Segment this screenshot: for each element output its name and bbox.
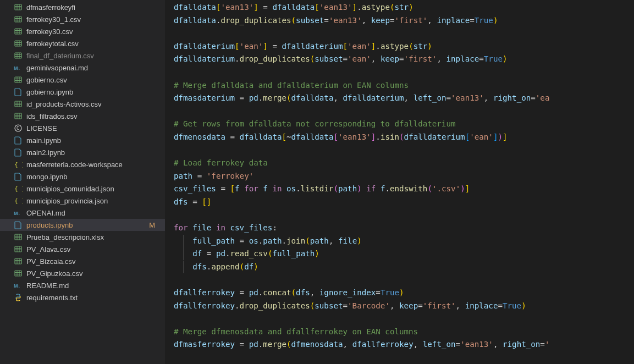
file-row[interactable]: M↓README.md (0, 279, 165, 291)
file-name-label: municipios_provincia.json (26, 197, 161, 205)
file-row[interactable]: { }municipios_comunidad.json (0, 183, 165, 195)
file-row[interactable]: ids_filtrados.csv (0, 110, 165, 122)
file-explorer-sidebar[interactable]: dfmasferrokeyfiferrokey30_1.csvferrokey3… (0, 0, 165, 364)
svg-rect-20 (15, 53, 21, 58)
file-row[interactable]: gobierno.ipynb (0, 86, 165, 98)
code-line: dfmasdaterium = pd.merge(dfalldata, dfal… (174, 93, 549, 102)
json-file-icon: { } (13, 196, 23, 206)
file-name-label: Prueba_descripcion.xlsx (26, 233, 161, 241)
file-name-label: municipios_comunidad.json (26, 185, 161, 193)
file-row[interactable]: mongo.ipynb (0, 170, 165, 183)
file-name-label: id_products-Activos.csv (26, 100, 161, 108)
py-file-icon (13, 293, 23, 302)
csv-file-icon (13, 38, 23, 48)
md-file-icon: M↓ (13, 280, 23, 290)
csv-file-icon (13, 244, 23, 254)
ipynb-file-icon (13, 172, 23, 181)
code-line: dfalldata.drop_duplicates(subset='ean13'… (174, 16, 498, 25)
code-comment: # Merge dfmenosdata and dfallferrokey on… (174, 327, 418, 336)
file-row[interactable]: products.ipynbM (0, 219, 165, 231)
file-row[interactable]: id_products-Activos.csv (0, 98, 165, 110)
file-name-label: main.ipynb (26, 136, 161, 145)
code-line: dfallferrokey.drop_duplicates(subset='Ba… (174, 301, 526, 310)
xlsx-file-icon (13, 232, 23, 242)
file-name-label: ids_filtrados.csv (26, 112, 161, 120)
svg-rect-57 (15, 258, 21, 264)
csv-file-icon (13, 268, 23, 278)
code-line: dfallferrokey = pd.concat(dfs, ignore_in… (174, 288, 404, 297)
csv-file-icon (13, 14, 23, 24)
file-row[interactable]: main2.ipynb (0, 146, 165, 158)
file-row[interactable]: main.ipynb (0, 134, 165, 146)
file-row[interactable]: gobierno.csv (0, 74, 165, 86)
code-line: dfmenosdata = dfalldata[~dfalldata['ean1… (174, 133, 508, 141)
code-comment: # Get rows from dfalldata not correspond… (174, 119, 456, 128)
file-name-label: OPENAI.md (26, 209, 161, 217)
file-row[interactable]: final_df_daterium.csv (0, 49, 165, 62)
code-line: path = 'ferrokey' (174, 172, 253, 180)
code-editor[interactable]: dfalldata['ean13'] = dfalldata['ean13'].… (165, 0, 634, 364)
file-name-label: PV_Alava.csv (26, 245, 161, 253)
file-row[interactable]: CLICENSE (0, 122, 165, 134)
file-name-label: README.md (26, 282, 161, 290)
svg-rect-0 (15, 4, 21, 10)
code-comment: # Load ferrokey data (174, 158, 268, 167)
md-file-icon: M↓ (13, 63, 23, 73)
svg-rect-52 (15, 246, 21, 252)
code-line: dfalldaterium.drop_duplicates(subset='ea… (174, 54, 508, 63)
file-name-label: ferrokey30_1.csv (26, 15, 161, 24)
file-row[interactable]: M↓OPENAI.md (0, 207, 165, 219)
csv-file-icon (13, 256, 23, 266)
csv-file-icon (13, 2, 23, 12)
svg-text:M↓: M↓ (14, 211, 20, 216)
file-row[interactable]: { }masferreteria.code-workspace (0, 158, 165, 170)
svg-text:{ }: { } (14, 161, 23, 168)
file-row[interactable]: requirements.txt (0, 291, 165, 304)
file-row[interactable]: ferrokey30.csv (0, 25, 165, 37)
svg-rect-36 (15, 113, 21, 119)
file-name-label: main2.ipynb (26, 148, 161, 157)
csv-file-icon (13, 26, 23, 36)
svg-rect-5 (15, 16, 21, 22)
file-name-label: ferrokeytotal.csv (26, 40, 161, 48)
code-line: for file in csv_files: (174, 223, 277, 232)
ipynb-file-icon (13, 135, 23, 145)
file-row[interactable]: { }municipios_provincia.json (0, 195, 165, 207)
code-line: dfmasferrokey = pd.merge(dfmenosdata, df… (174, 340, 549, 349)
svg-text:M↓: M↓ (14, 283, 20, 289)
csv-file-icon (13, 75, 23, 85)
file-name-label: dfmasferrokeyfi (26, 3, 161, 12)
svg-rect-47 (15, 234, 21, 240)
file-row[interactable]: PV_Bizcaia.csv (0, 255, 165, 267)
svg-text:C: C (16, 126, 19, 131)
file-name-label: PV_Bizcaia.csv (26, 257, 161, 266)
file-name-label: geminivsopenai.md (26, 64, 161, 72)
code-line: dfalldata['ean13'] = dfalldata['ean13'].… (174, 3, 414, 12)
file-row[interactable]: PV_Alava.csv (0, 243, 165, 255)
file-row[interactable]: PV_Gipuzkoa.csv (0, 267, 165, 279)
code-line: df = pd.read_csv(full_path) (174, 249, 319, 258)
file-row[interactable]: Prueba_descripcion.xlsx (0, 231, 165, 243)
md-file-icon: M↓ (13, 208, 23, 218)
file-row[interactable]: ferrokeytotal.csv (0, 37, 165, 49)
file-name-label: mongo.ipynb (26, 173, 161, 181)
file-row[interactable]: ferrokey30_1.csv (0, 13, 165, 25)
file-status-badge: M (149, 221, 161, 229)
ipynb-file-icon (13, 220, 23, 230)
svg-text:{ }: { } (14, 185, 23, 192)
file-row[interactable]: M↓geminivsopenai.md (0, 62, 165, 74)
file-name-label: final_df_daterium.csv (26, 52, 161, 60)
csv-file-icon (13, 111, 23, 121)
code-comment: # Merge dfalldata and dfalldaterium on E… (174, 81, 409, 90)
svg-rect-10 (15, 29, 21, 34)
code-line: dfs = [] (174, 197, 211, 206)
file-row[interactable]: dfmasferrokeyfi (0, 1, 165, 13)
json-file-icon: { } (13, 159, 23, 169)
svg-rect-26 (15, 77, 21, 82)
file-name-label: requirements.txt (26, 294, 161, 302)
svg-rect-62 (15, 271, 21, 276)
file-name-label: masferreteria.code-workspace (26, 161, 161, 169)
svg-text:{ }: { } (14, 197, 23, 205)
svg-text:M↓: M↓ (14, 65, 20, 71)
file-name-label: ferrokey30.csv (26, 27, 161, 36)
